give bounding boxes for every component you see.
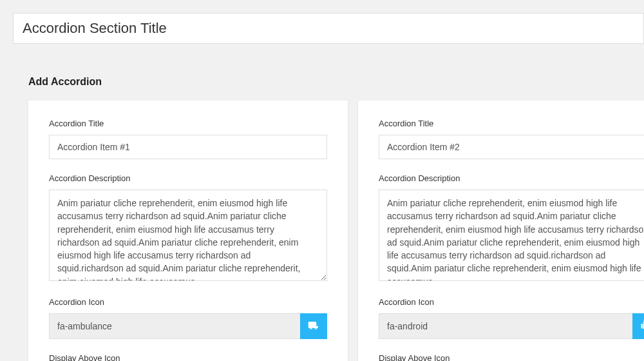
icon-picker-row [379, 313, 644, 339]
icon-picker-row [49, 313, 327, 339]
accordion-icon-label: Accordion Icon [379, 297, 644, 307]
page: Add Accordion Accordion Title Accordion … [0, 0, 644, 361]
android-icon [640, 320, 644, 333]
accordion-card: Accordion Title Accordion Description Ac… [28, 101, 348, 361]
accordion-title-label: Accordion Title [379, 119, 644, 128]
accordion-title-label: Accordion Title [49, 119, 327, 128]
icon-picker-button[interactable] [300, 313, 327, 339]
display-above-icon-label: Display Above Icon [379, 353, 644, 361]
accordion-description-textarea[interactable] [379, 190, 644, 281]
accordion-card: Accordion Title Accordion Description Ac… [358, 101, 644, 361]
accordion-title-input[interactable] [379, 135, 644, 159]
accordion-title-input[interactable] [49, 135, 327, 159]
section-title-input[interactable] [13, 13, 644, 44]
display-above-icon-label: Display Above Icon [49, 353, 327, 361]
add-accordion-heading: Add Accordion [28, 76, 644, 88]
accordion-description-label: Accordion Description [379, 173, 644, 183]
ambulance-icon [308, 320, 319, 333]
accordion-icon-input[interactable] [379, 313, 632, 339]
accordion-description-textarea[interactable] [49, 190, 327, 281]
icon-picker-button[interactable] [632, 313, 644, 339]
accordion-icon-input[interactable] [49, 313, 300, 339]
accordion-description-label: Accordion Description [49, 173, 327, 183]
cards-row: Accordion Title Accordion Description Ac… [0, 101, 644, 361]
accordion-icon-label: Accordion Icon [49, 297, 327, 307]
